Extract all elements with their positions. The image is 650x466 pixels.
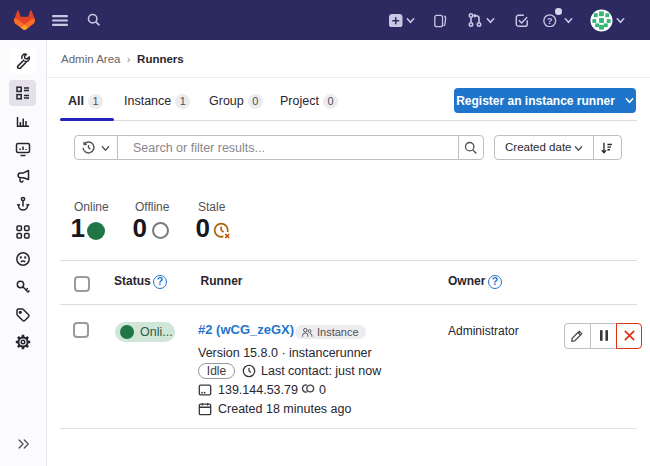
- svg-text:?: ?: [547, 15, 552, 25]
